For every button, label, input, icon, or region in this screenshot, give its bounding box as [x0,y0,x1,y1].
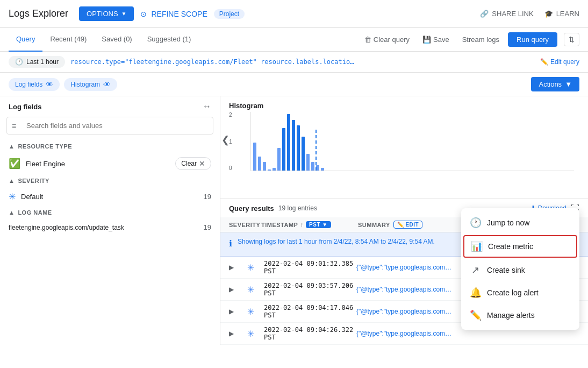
y-axis-mid: 1 [229,139,245,145]
sort-icon[interactable]: ↑ [300,221,304,229]
info-icon: ℹ [229,238,232,249]
severity-icon-1: ✳ [237,263,264,273]
bar-15 [321,168,324,171]
close-icon: ✕ [199,159,205,168]
timestamp-1: 2022-02-04 09:01:32.385 PST [264,260,356,275]
actions-arrow-icon: ▼ [565,80,572,88]
app-title: Logs Explorer [9,8,68,19]
severity-icon-4: ✳ [237,329,264,339]
histogram-toggle[interactable]: Histogram 👁 [64,78,117,91]
menu-item-create-sink[interactable]: ↗ Create sink [461,259,579,281]
search-icon: ≡ [12,122,16,130]
timezone-badge[interactable]: PST ▼ [306,221,331,228]
fleet-engine-field-row[interactable]: ✅ Fleet Engine Clear ✕ [0,153,220,174]
pencil-icon: ✏️ [540,58,548,66]
bar-13 [311,162,314,171]
histogram-chart: 2 1 0 [229,112,579,182]
chart-nav-left-button[interactable]: ❮ [221,134,230,146]
results-title: Query results [229,204,274,213]
log-name-section[interactable]: ▲ LOG NAME [0,206,220,219]
learn-icon: 🎓 [544,10,553,18]
stream-logs-button[interactable]: Stream logs [458,33,504,46]
log-fields-title: Log fields [9,103,41,111]
tab-saved[interactable]: Saved (0) [94,28,139,52]
eye-icon-histogram: 👁 [103,80,111,89]
header-right: 🔗 SHARE LINK 🎓 LEARN [480,10,579,18]
expand-icon-2[interactable]: ▶ [229,286,234,293]
collapse-icon: ▲ [9,143,15,150]
eye-icon-log-fields: 👁 [46,80,53,89]
chart-bars [251,112,574,171]
clear-query-button[interactable]: 🗑 Clear query [360,33,414,46]
panel-expand-arrows[interactable]: ↔ [203,102,211,111]
bar-7 [282,128,285,171]
tabs-chevron-button[interactable]: ⇅ [564,33,579,46]
chart-area: Feb 4, 8:54:30 AM [250,112,574,171]
chevron-up-down-icon: ⇅ [569,36,575,44]
project-badge[interactable]: Project [214,9,245,19]
search-input[interactable] [6,117,213,135]
info-text: Showing logs for last 1 hour from 2/4/22… [238,238,464,245]
time-range-chip[interactable]: 🕐 Last 1 hour [9,56,65,68]
actions-button[interactable]: Actions ▼ [531,77,579,91]
pencil-small-icon: ✏️ [397,222,404,228]
right-panel: Histogram 2 1 0 [220,96,588,345]
summary-4: {"@type":"type.googleapis.com… [356,330,579,337]
expand-icon-1[interactable]: ▶ [229,264,234,271]
menu-item-create-log-alert[interactable]: 🔔 Create log alert [461,281,579,304]
severity-collapse-icon: ▲ [9,178,15,184]
save-icon: 💾 [422,36,431,44]
bar-9 [292,120,295,171]
severity-icon-3: ✳ [237,307,264,317]
edit-query-button[interactable]: ✏️ Edit query [540,58,579,66]
severity-icon-2: ✳ [237,285,264,295]
refine-scope-button[interactable]: ⊙ REFINE SCOPE [140,10,207,18]
metric-menu-icon: 📊 [471,240,482,252]
bar-12 [306,154,310,171]
col-severity-header: SEVERITY [229,222,261,228]
alert-menu-icon: 🔔 [470,287,481,299]
learn-button[interactable]: 🎓 LEARN [544,10,579,18]
dashed-line [315,130,317,171]
y-axis-bot: 0 [229,165,245,171]
panel-header: Log fields ↔ [0,96,220,117]
tab-query[interactable]: Query [9,28,42,52]
share-link-button[interactable]: 🔗 SHARE LINK [480,10,533,18]
run-query-button[interactable]: Run query [508,32,557,47]
query-text: resource.type="fleetengine.googleapis.co… [70,58,535,66]
clock-icon: 🕐 [15,58,23,66]
log-name-row[interactable]: fleetengine.googleapis.com/update_task 1… [0,219,220,236]
refine-scope-icon: ⊙ [140,10,147,18]
expand-icon-4[interactable]: ▶ [229,330,234,337]
y-axis: 2 1 0 [229,112,245,171]
asterisk-icon: ✳ [9,192,16,202]
log-fields-toggle[interactable]: Log fields 👁 [9,78,60,91]
save-button[interactable]: 💾 Save [418,33,454,46]
menu-item-manage-alerts[interactable]: ✏️ Manage alerts [461,304,579,327]
actions-dropdown-menu: 🕐 Jump to now 📊 Create metric ↗ Create s… [461,208,579,330]
menu-item-create-metric[interactable]: 📊 Create metric [463,235,577,258]
expand-icon-3[interactable]: ▶ [229,308,234,315]
edit-summary-button[interactable]: ✏️ EDIT [393,221,422,229]
bar-6 [277,148,281,171]
menu-item-jump-to-now[interactable]: 🕐 Jump to now [461,211,579,234]
bar-10 [297,125,300,171]
histogram-title: Histogram [229,102,579,110]
col-timestamp-header: TIMESTAMP ↑ PST ▼ [261,221,358,229]
tab-suggested[interactable]: Suggested (1) [140,28,199,52]
resource-type-section[interactable]: ▲ RESOURCE TYPE [0,140,220,153]
default-severity-row[interactable]: ✳ Default 19 [0,187,220,206]
check-icon: ✅ [9,158,20,169]
share-link-icon: 🔗 [480,10,489,18]
tabs-bar: Query Recent (49) Saved (0) Suggested (1… [0,28,588,52]
tab-actions: 🗑 Clear query 💾 Save Stream logs Run que… [360,32,579,47]
severity-section[interactable]: ▲ SEVERITY [0,174,220,187]
tab-recent[interactable]: Recent (49) [42,28,94,52]
histogram-area: Histogram 2 1 0 [220,96,588,193]
clear-button[interactable]: Clear ✕ [175,157,211,170]
timestamp-3: 2022-02-04 09:04:17.046 PST [264,304,356,319]
options-button[interactable]: OPTIONS ▼ [79,6,134,21]
bar-8 [287,114,290,171]
bar-4 [268,169,271,171]
search-box: ≡ [6,117,213,135]
